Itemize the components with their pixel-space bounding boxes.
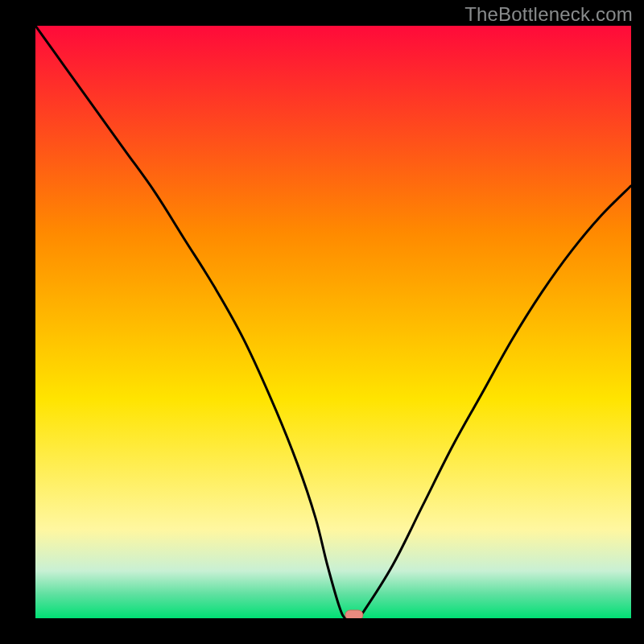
marker-layer — [35, 26, 631, 618]
plot-area — [35, 26, 631, 618]
watermark-text: TheBottleneck.com — [464, 3, 633, 26]
min-marker — [345, 610, 363, 618]
chart-frame: TheBottleneck.com — [0, 0, 644, 644]
